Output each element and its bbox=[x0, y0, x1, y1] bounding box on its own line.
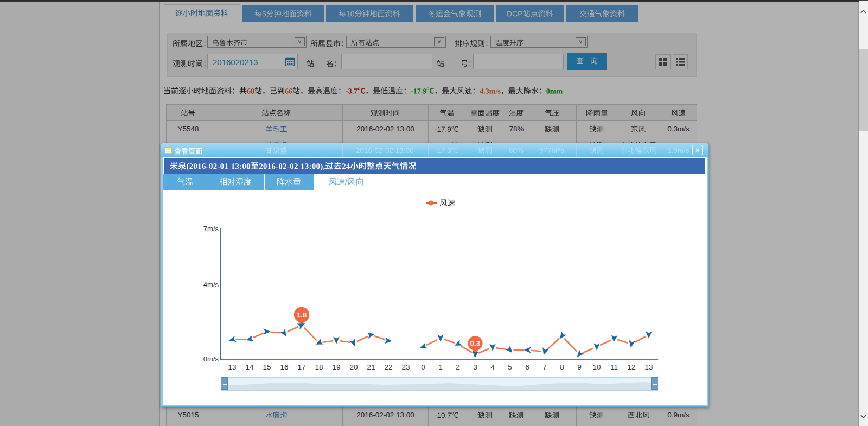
svg-text:0.3: 0.3 bbox=[470, 339, 481, 347]
svg-text:1.8: 1.8 bbox=[297, 311, 307, 319]
